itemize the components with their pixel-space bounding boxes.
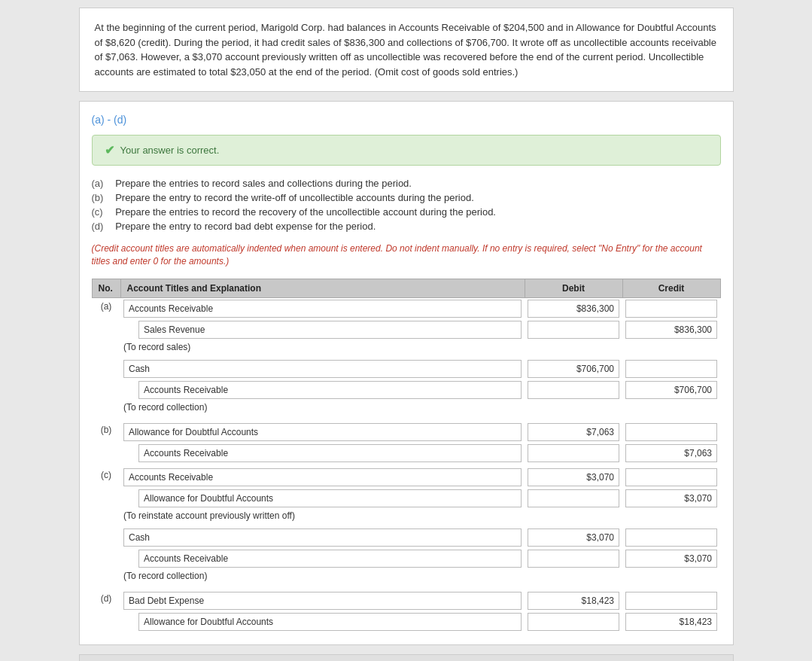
debit-input[interactable] <box>528 444 619 462</box>
account-cell <box>120 527 525 548</box>
table-row: (To record collection) <box>92 401 720 419</box>
entry-no-cell: (a) <box>92 297 120 319</box>
credit-cell <box>622 319 720 340</box>
entry-no-cell <box>92 548 120 569</box>
instruction-d-label: (d) <box>92 221 113 232</box>
credit-cell <box>622 297 720 319</box>
credit-cell <box>622 527 720 548</box>
credit-cell <box>622 379 720 401</box>
table-row: (b) <box>92 422 720 443</box>
entry-no-cell <box>92 488 120 509</box>
note-cell: (To reinstate account previously written… <box>120 509 720 527</box>
table-row: (To record sales) <box>92 340 720 358</box>
account-input[interactable] <box>123 300 522 318</box>
debit-input[interactable] <box>528 423 619 441</box>
credit-input[interactable] <box>625 592 717 610</box>
credit-input[interactable] <box>625 613 717 631</box>
account-cell <box>120 422 525 443</box>
note-no-cell <box>92 509 120 527</box>
table-row <box>92 358 720 379</box>
debit-cell <box>525 443 622 464</box>
section-box: (a) - (d) ✔ Your answer is correct. (a) … <box>79 101 734 645</box>
credit-input[interactable] <box>625 381 717 399</box>
entry-no-cell <box>92 527 120 548</box>
credit-cell <box>622 443 720 464</box>
credit-input[interactable] <box>625 423 717 441</box>
account-input[interactable] <box>138 444 522 462</box>
account-input[interactable] <box>123 360 522 378</box>
table-row: (c) <box>92 467 720 488</box>
account-cell <box>120 443 525 464</box>
credit-input[interactable] <box>625 489 717 507</box>
account-cell <box>120 297 525 319</box>
table-row: (To reinstate account previously written… <box>92 509 720 527</box>
debit-cell <box>525 488 622 509</box>
account-input[interactable] <box>123 528 522 547</box>
debit-input[interactable] <box>528 613 619 631</box>
account-input[interactable] <box>138 381 522 399</box>
debit-input[interactable] <box>528 321 619 339</box>
entry-no-cell <box>92 443 120 464</box>
credit-cell <box>622 611 720 632</box>
col-debit: Debit <box>525 279 622 297</box>
table-row <box>92 548 720 569</box>
credit-input[interactable] <box>625 444 717 462</box>
credit-cell <box>622 488 720 509</box>
section-title: (a) - (d) <box>92 114 721 126</box>
entry-no-cell: (c) <box>92 467 120 488</box>
correct-message: Your answer is correct. <box>120 145 220 156</box>
debit-input[interactable] <box>528 592 619 610</box>
debit-input[interactable] <box>528 528 619 547</box>
account-cell <box>120 358 525 379</box>
debit-input[interactable] <box>528 468 619 486</box>
debit-input[interactable] <box>528 360 619 378</box>
instruction-b: (b) Prepare the entry to record the writ… <box>92 192 721 203</box>
credit-input[interactable] <box>625 468 717 486</box>
table-row: (To record collection) <box>92 569 720 587</box>
debit-cell <box>525 422 622 443</box>
debit-cell <box>525 527 622 548</box>
account-input[interactable] <box>123 592 522 610</box>
credit-input[interactable] <box>625 321 717 339</box>
col-no: No. <box>92 279 120 297</box>
account-input[interactable] <box>138 489 522 507</box>
etextbook-bar: eTextbook and Media <box>79 654 734 661</box>
credit-input[interactable] <box>625 550 717 568</box>
account-cell <box>120 319 525 340</box>
problem-text: At the beginning of the current period, … <box>95 20 718 79</box>
credit-cell <box>622 590 720 611</box>
credit-input[interactable] <box>625 528 717 547</box>
credit-cell <box>622 467 720 488</box>
account-input[interactable] <box>123 468 522 486</box>
credit-input[interactable] <box>625 300 717 318</box>
account-input[interactable] <box>138 613 522 631</box>
debit-cell <box>525 319 622 340</box>
instruction-d-text: Prepare the entry to record bad debt exp… <box>115 221 376 232</box>
debit-input[interactable] <box>528 489 619 507</box>
col-credit: Credit <box>622 279 720 297</box>
page-wrapper: At the beginning of the current period, … <box>79 8 734 661</box>
credit-input[interactable] <box>625 360 717 378</box>
table-row <box>92 443 720 464</box>
entry-no-cell: (b) <box>92 422 120 443</box>
credit-cell <box>622 548 720 569</box>
instruction-b-text: Prepare the entry to record the write-of… <box>115 192 474 203</box>
debit-input[interactable] <box>528 381 619 399</box>
account-cell <box>120 548 525 569</box>
entry-no-cell <box>92 319 120 340</box>
note-no-cell <box>92 340 120 358</box>
table-row <box>92 527 720 548</box>
instruction-c: (c) Prepare the entries to record the re… <box>92 206 721 218</box>
debit-cell <box>525 358 622 379</box>
account-input[interactable] <box>138 550 522 568</box>
debit-cell <box>525 379 622 401</box>
debit-input[interactable] <box>528 300 619 318</box>
journal-table: No. Account Titles and Explanation Debit… <box>92 279 721 632</box>
entry-no-cell <box>92 611 120 632</box>
account-input[interactable] <box>123 423 522 441</box>
note-cell: (To record collection) <box>120 401 720 419</box>
debit-input[interactable] <box>528 550 619 568</box>
account-input[interactable] <box>138 321 522 339</box>
col-account: Account Titles and Explanation <box>120 279 525 297</box>
correct-banner: ✔ Your answer is correct. <box>92 135 721 166</box>
